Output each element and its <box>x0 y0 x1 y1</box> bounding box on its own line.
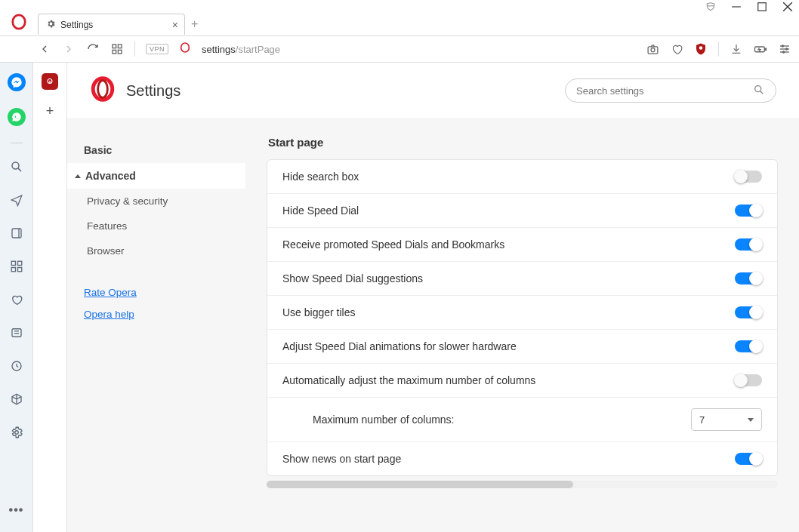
settings-gear-icon[interactable] <box>10 426 23 442</box>
svg-rect-14 <box>765 48 767 50</box>
nav-advanced-label: Advanced <box>85 170 136 182</box>
nav-privacy[interactable]: Privacy & security <box>67 189 245 214</box>
row-label: Show Speed Dial suggestions <box>282 272 423 284</box>
row-hide-search: Hide search box <box>267 160 777 193</box>
more-icon[interactable]: ••• <box>9 503 24 517</box>
personal-news-icon[interactable] <box>10 226 23 243</box>
messenger-icon[interactable] <box>8 73 26 91</box>
nav-features[interactable]: Features <box>67 214 245 238</box>
svg-rect-24 <box>11 261 15 265</box>
page-title: Settings <box>126 82 180 100</box>
row-label: Maximum number of columns: <box>313 414 455 426</box>
extensions-cube-icon[interactable] <box>10 392 23 409</box>
url-base: settings <box>202 44 236 55</box>
tab-settings[interactable]: Settings × <box>38 14 185 35</box>
toggle-hide-search[interactable] <box>735 171 762 183</box>
maximize-icon[interactable] <box>757 2 767 12</box>
chevron-up-icon <box>75 174 81 178</box>
section-title: Start page <box>267 136 778 149</box>
row-label: Hide search box <box>282 171 359 183</box>
svg-line-22 <box>17 168 20 171</box>
svg-rect-23 <box>12 229 21 238</box>
svg-point-19 <box>786 48 788 50</box>
toggle-animations[interactable] <box>735 340 762 352</box>
back-button[interactable] <box>38 42 51 56</box>
svg-rect-34 <box>49 81 50 84</box>
row-bigger-tiles: Use bigger tiles <box>267 295 777 329</box>
opera-help-link[interactable]: Opera help <box>67 303 245 325</box>
send-icon[interactable] <box>10 193 23 210</box>
vpn-badge[interactable]: VPN <box>146 44 168 54</box>
row-label: Receive promoted Speed Dials and Bookmar… <box>282 238 504 251</box>
row-label: Adjust Speed Dial animations for slower … <box>282 340 517 352</box>
scrollbar-horizontal[interactable] <box>267 481 778 488</box>
start-page-card: Hide search box Hide Speed Dial Receive … <box>267 159 778 476</box>
toggle-hide-speed-dial[interactable] <box>735 204 762 217</box>
opera-logo-big-icon <box>90 76 116 105</box>
svg-point-9 <box>181 43 190 52</box>
toggle-promoted[interactable] <box>735 238 762 251</box>
nav-advanced[interactable]: Advanced <box>67 163 245 189</box>
minimize-icon[interactable] <box>731 2 742 12</box>
extensions-bar: + <box>33 63 66 532</box>
site-icon <box>179 42 191 57</box>
toggle-bigger-tiles[interactable] <box>735 306 762 318</box>
svg-rect-1 <box>758 2 767 11</box>
bookmarks-heart-icon[interactable] <box>10 293 23 309</box>
row-label: Use bigger tiles <box>282 306 356 318</box>
new-tab-button[interactable]: + <box>191 17 198 31</box>
speed-dial-icon[interactable] <box>110 42 124 56</box>
ublock-icon[interactable] <box>694 42 708 56</box>
svg-point-20 <box>783 51 785 53</box>
svg-rect-6 <box>118 45 122 48</box>
svg-point-12 <box>699 46 703 50</box>
nav-basic[interactable]: Basic <box>67 137 245 163</box>
svg-rect-7 <box>113 50 116 54</box>
row-label: Show news on start page <box>282 453 401 465</box>
forward-button[interactable] <box>62 42 76 56</box>
easy-setup-icon[interactable] <box>778 42 791 56</box>
toggle-auto-columns[interactable] <box>735 374 762 386</box>
chevron-down-icon <box>748 418 754 422</box>
svg-point-4 <box>13 15 26 29</box>
news-icon[interactable] <box>10 326 23 343</box>
settings-nav: Basic Advanced Privacy & security Featur… <box>67 119 245 532</box>
reload-button[interactable] <box>86 42 100 56</box>
search-input[interactable] <box>576 85 747 97</box>
address-bar[interactable]: settings/startPage <box>202 44 280 55</box>
speed-dial-grid-icon[interactable] <box>10 260 23 276</box>
svg-rect-5 <box>113 45 116 48</box>
row-label: Hide Speed Dial <box>282 204 359 217</box>
toggle-suggestions[interactable] <box>735 272 762 284</box>
svg-rect-26 <box>11 268 15 272</box>
heart-icon[interactable] <box>670 42 683 56</box>
settings-header: Settings <box>67 63 799 119</box>
downloads-icon[interactable] <box>730 42 743 56</box>
max-columns-select[interactable]: 7 <box>691 408 762 431</box>
sidebar: ••• <box>0 63 33 532</box>
window-controls <box>0 0 799 13</box>
svg-point-18 <box>782 45 783 47</box>
snapshot-icon[interactable] <box>646 42 659 56</box>
search-icon[interactable] <box>10 160 23 177</box>
search-settings[interactable] <box>565 78 776 103</box>
search-magnify-icon <box>753 84 765 98</box>
close-icon[interactable] <box>782 2 793 12</box>
svg-rect-25 <box>17 261 21 265</box>
opera-logo-icon[interactable] <box>11 14 27 33</box>
history-icon[interactable] <box>10 359 23 376</box>
settings-content: Start page Hide search box Hide Speed Di… <box>245 119 799 532</box>
nav-browser[interactable]: Browser <box>67 238 245 263</box>
tab-label: Settings <box>60 20 93 30</box>
battery-icon[interactable] <box>754 42 767 56</box>
svg-point-11 <box>651 48 655 51</box>
rate-opera-link[interactable]: Rate Opera <box>67 281 245 303</box>
row-show-news: Show news on start page <box>267 441 777 475</box>
whatsapp-icon[interactable] <box>8 108 26 126</box>
toggle-show-news[interactable] <box>735 453 762 465</box>
svg-rect-8 <box>118 50 122 54</box>
ublock-ext-icon[interactable] <box>42 73 58 90</box>
svg-rect-28 <box>12 329 21 337</box>
tab-close-icon[interactable]: × <box>172 19 178 31</box>
add-extension-button[interactable]: + <box>46 103 54 119</box>
